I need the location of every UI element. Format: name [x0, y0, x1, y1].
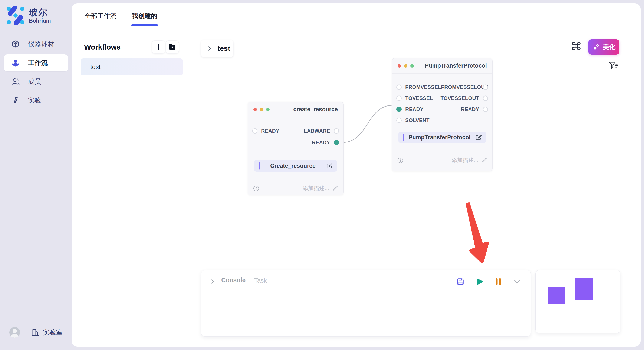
- node-name-row[interactable]: PumpTransferProtocol: [398, 132, 486, 143]
- port-in-ready[interactable]: [252, 128, 258, 134]
- dot-green-icon: [410, 64, 414, 68]
- node-name: Create_resource: [260, 163, 326, 169]
- avatar[interactable]: [9, 327, 20, 338]
- node-create-resource[interactable]: create_resource READY LABWARE READY Crea…: [248, 102, 344, 195]
- pencil-icon[interactable]: [332, 185, 338, 191]
- workflow-icon: [11, 59, 20, 67]
- dot-red-icon: [398, 64, 401, 68]
- filter-icon[interactable]: [608, 60, 618, 71]
- sidebar-item-label: 工作流: [28, 58, 48, 67]
- dot-red-icon: [254, 108, 257, 111]
- minimap[interactable]: [536, 270, 620, 333]
- tab-all-workflows[interactable]: 全部工作流: [84, 12, 116, 20]
- breadcrumb-label: test: [218, 44, 230, 52]
- info-icon[interactable]: [253, 185, 260, 191]
- traffic-dots: [398, 64, 414, 68]
- description-placeholder[interactable]: 添加描述...: [452, 157, 478, 164]
- port-out-ready[interactable]: [334, 140, 339, 145]
- pause-icon[interactable]: [494, 277, 502, 286]
- dot-green-icon: [266, 108, 270, 111]
- port-out-labware[interactable]: [334, 128, 339, 134]
- console-panel: Console Task: [201, 270, 531, 337]
- node-name-row[interactable]: Create_resource: [254, 160, 337, 172]
- dot-yellow-icon: [404, 64, 408, 68]
- import-workflow-button[interactable]: [166, 40, 179, 54]
- sparkles-icon: [592, 43, 600, 51]
- account-label: 实验室: [43, 328, 62, 337]
- node-title: create_resource: [293, 106, 338, 113]
- workflow-item-label: test: [90, 63, 100, 71]
- members-icon: [11, 77, 20, 86]
- traffic-dots: [254, 108, 270, 111]
- save-icon[interactable]: [456, 277, 465, 286]
- account-row[interactable]: 实验室: [0, 327, 72, 338]
- sidebar-item-members[interactable]: 成员: [4, 73, 68, 90]
- node-title: PumpTransferProtocol: [425, 62, 487, 69]
- port-in-solvent[interactable]: [396, 118, 402, 123]
- workflow-list-item[interactable]: test: [81, 58, 183, 75]
- run-icon[interactable]: [475, 277, 484, 286]
- edit-icon[interactable]: [475, 134, 482, 141]
- folder-download-icon: [168, 43, 176, 51]
- sidebar-item-experiment[interactable]: 实验: [4, 92, 68, 109]
- sidebar-item-label: 仪器耗材: [28, 40, 54, 49]
- info-icon[interactable]: [397, 157, 404, 164]
- dot-yellow-icon: [260, 108, 263, 111]
- node-pump-transfer-protocol[interactable]: PumpTransferProtocol FROMVESSEL FROMVESS…: [392, 58, 492, 172]
- experiment-icon: [11, 96, 20, 105]
- sidebar-item-instruments[interactable]: 仪器耗材: [4, 36, 68, 53]
- app-root: 玻尔 Bohrium 仪器耗材 工作流: [0, 0, 644, 350]
- sidebar-nav: 仪器耗材 工作流 成员: [0, 36, 72, 111]
- minimap-node: [574, 278, 593, 300]
- port-in-fromvessel[interactable]: [396, 85, 402, 90]
- sidebar-item-workflow[interactable]: 工作流: [4, 54, 68, 71]
- chevron-right-icon[interactable]: [210, 278, 215, 285]
- port-out-tovesselout[interactable]: [483, 96, 488, 101]
- bohrium-logo-icon: [6, 6, 25, 25]
- command-icon[interactable]: ⌘: [571, 41, 582, 52]
- port-out-ready[interactable]: [483, 107, 488, 112]
- pencil-icon[interactable]: [481, 157, 487, 163]
- panel-divider: [187, 26, 188, 329]
- tab-task[interactable]: Task: [254, 277, 267, 286]
- workflow-tabs: 全部工作流 我创建的: [72, 3, 640, 26]
- main-content: 全部工作流 我创建的 Workflows test: [72, 3, 640, 347]
- node-name: PumpTransferProtocol: [404, 134, 475, 141]
- add-workflow-button[interactable]: [152, 40, 165, 54]
- collapse-icon[interactable]: [513, 277, 521, 286]
- sidebar-item-label: 成员: [28, 77, 41, 86]
- minimap-node: [548, 287, 565, 304]
- edit-icon[interactable]: [326, 163, 333, 169]
- port-in-ready[interactable]: [396, 107, 402, 112]
- port-in-tovessel[interactable]: [396, 96, 402, 101]
- brand-logo: 玻尔 Bohrium: [6, 6, 51, 25]
- description-placeholder[interactable]: 添加描述...: [302, 184, 329, 192]
- plus-icon: [155, 43, 162, 51]
- brand-title: 玻尔: [29, 8, 51, 17]
- workflow-panel-title: Workflows: [84, 43, 120, 51]
- sidebar-item-label: 实验: [28, 96, 41, 105]
- tab-created-by-me[interactable]: 我创建的: [132, 12, 158, 20]
- building-icon: [31, 328, 40, 337]
- tab-console[interactable]: Console: [221, 277, 246, 286]
- brand-subtitle: Bohrium: [29, 18, 51, 23]
- sidebar: 玻尔 Bohrium 仪器耗材 工作流: [0, 0, 72, 350]
- canvas-breadcrumb[interactable]: test: [201, 40, 234, 57]
- port-out-fromvesselout[interactable]: [483, 85, 488, 90]
- beautify-label: 美化: [603, 43, 616, 51]
- beautify-button[interactable]: 美化: [588, 39, 619, 55]
- package-icon: [11, 40, 20, 48]
- chevron-right-icon: [206, 45, 212, 52]
